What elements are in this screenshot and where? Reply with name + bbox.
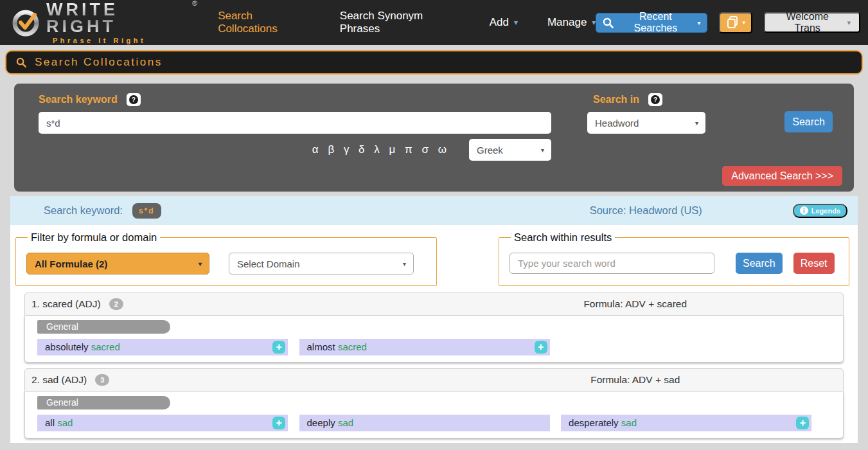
add-collocation-icon[interactable] bbox=[272, 417, 285, 429]
search-within-fieldset: Search within results Search Reset bbox=[499, 231, 849, 286]
page-title-bar: Search Collocations bbox=[5, 50, 863, 75]
collocation-modifier: deeply bbox=[307, 417, 335, 428]
add-collocation-icon[interactable] bbox=[535, 341, 547, 354]
result-group: 2. sad (ADJ) 3 Formula: ADV + sad Genera… bbox=[24, 368, 844, 438]
add-collocation-icon[interactable] bbox=[272, 341, 285, 354]
registered-mark: ® bbox=[192, 0, 197, 7]
app-logo[interactable]: WRITE RIGHT ® Phrase It Right bbox=[12, 1, 197, 44]
search-icon bbox=[603, 17, 614, 28]
collocation-modifier: all bbox=[45, 417, 55, 428]
search-in-label: Search in bbox=[593, 94, 639, 105]
result-body: General all sad deeply sad desperately s… bbox=[24, 392, 844, 438]
collocation-headword: sad bbox=[57, 417, 73, 428]
collocation-headword: sad bbox=[338, 417, 353, 428]
domain-select[interactable]: Select Domain bbox=[229, 253, 414, 274]
nav-manage-menu[interactable]: Manage bbox=[547, 16, 596, 29]
page-title: Search Collocations bbox=[35, 56, 163, 69]
search-summary-bar: Search keyword: s*d Source: Headword (US… bbox=[10, 196, 858, 225]
chevron-down-icon bbox=[697, 19, 700, 26]
info-icon: i bbox=[800, 206, 808, 215]
help-icon[interactable]: ? bbox=[127, 93, 141, 106]
greek-letters[interactable]: α β γ δ λ μ π σ ω bbox=[312, 143, 450, 156]
result-body: General absolutely sacred almost sacred bbox=[24, 316, 844, 363]
collocation-row: all sad deeply sad desperately sad bbox=[37, 415, 831, 431]
logo-checkmark-icon bbox=[12, 8, 41, 37]
collocation-modifier: desperately bbox=[569, 417, 619, 428]
collocation-modifier: almost bbox=[307, 341, 335, 352]
domain-tag: General bbox=[37, 396, 170, 410]
result-formula: Formula: ADV + scared bbox=[583, 298, 687, 309]
collocation-chip[interactable]: all sad bbox=[37, 415, 288, 431]
chevron-down-icon bbox=[199, 260, 202, 267]
formula-domain-fieldset: Filter by formula or domain All Formulae… bbox=[15, 231, 437, 286]
chevron-down-icon bbox=[403, 260, 406, 267]
nav-search-synonym-phrases[interactable]: Search Synonym Phrases bbox=[340, 10, 460, 35]
collocation-headword: sad bbox=[621, 417, 637, 428]
result-header: 1. scared (ADJ) 2 Formula: ADV + scared bbox=[24, 292, 844, 316]
search-in-select[interactable]: Headword bbox=[587, 112, 705, 134]
result-count-badge: 2 bbox=[109, 298, 123, 310]
keyword-input[interactable] bbox=[39, 112, 551, 134]
source-text: Source: Headword (US) bbox=[590, 204, 702, 217]
summary-keyword-label: Search keyword: bbox=[44, 204, 123, 217]
search-panel: Search keyword ? α β γ δ λ μ π σ ω Greek… bbox=[14, 84, 854, 192]
search-keyword-label: Search keyword bbox=[39, 94, 118, 105]
result-header: 2. sad (ADJ) 3 Formula: ADV + sad bbox=[24, 368, 844, 392]
collocation-headword: sacred bbox=[338, 341, 367, 352]
chevron-down-icon bbox=[514, 18, 518, 27]
formula-fieldset-legend: Filter by formula or domain bbox=[28, 231, 160, 244]
collocation-chip[interactable]: deeply sad bbox=[299, 415, 550, 431]
domain-tag: General bbox=[37, 320, 170, 334]
result-group: 1. scared (ADJ) 2 Formula: ADV + scared … bbox=[24, 292, 844, 363]
collocation-chip[interactable]: desperately sad bbox=[561, 415, 811, 431]
top-navbar: WRITE RIGHT ® Phrase It Right Search Col… bbox=[0, 0, 868, 45]
help-icon[interactable]: ? bbox=[648, 93, 662, 106]
legends-button[interactable]: i Legends bbox=[793, 204, 847, 218]
collocation-modifier: absolutely bbox=[45, 341, 89, 352]
results-container: Search keyword: s*d Source: Headword (US… bbox=[10, 196, 858, 443]
chevron-down-icon bbox=[847, 19, 851, 27]
keyword-badge: s*d bbox=[132, 203, 161, 219]
brand-name: WRITE RIGHT bbox=[46, 1, 191, 35]
collocation-chip[interactable]: almost sacred bbox=[299, 339, 550, 356]
within-fieldset-legend: Search within results bbox=[511, 231, 615, 244]
collocation-headword: sacred bbox=[91, 341, 120, 352]
collocation-row: absolutely sacred almost sacred bbox=[37, 339, 831, 356]
navbar-actions: Recent Searches Welcome Trans bbox=[596, 12, 860, 33]
search-within-button[interactable]: Search bbox=[736, 253, 783, 274]
result-formula: Formula: ADV + sad bbox=[590, 374, 680, 385]
formula-select[interactable]: All Formulae (2) bbox=[26, 253, 209, 274]
collocation-chip[interactable]: absolutely sacred bbox=[37, 339, 288, 356]
add-collocation-icon[interactable] bbox=[796, 417, 809, 429]
advanced-search-button[interactable]: Advanced Search >>> bbox=[722, 166, 842, 186]
result-count-badge: 3 bbox=[95, 374, 109, 386]
nav-add-menu[interactable]: Add bbox=[490, 16, 518, 29]
chevron-down-icon bbox=[742, 19, 745, 26]
main-navigation: Search Collocations Search Synonym Phras… bbox=[218, 10, 596, 35]
clipboard-menu-button[interactable] bbox=[719, 12, 752, 33]
reset-button[interactable]: Reset bbox=[793, 253, 835, 274]
search-icon bbox=[16, 57, 26, 68]
copy-pages-icon bbox=[726, 15, 739, 30]
recent-searches-button[interactable]: Recent Searches bbox=[596, 13, 707, 33]
result-title: 1. scared (ADJ) bbox=[31, 298, 101, 310]
chevron-down-icon bbox=[695, 120, 698, 127]
greek-select[interactable]: Greek bbox=[469, 139, 551, 161]
user-menu-button[interactable]: Welcome Trans bbox=[764, 12, 860, 33]
result-title: 2. sad (ADJ) bbox=[31, 374, 87, 386]
brand-tagline: Phrase It Right bbox=[53, 37, 197, 44]
nav-search-collocations[interactable]: Search Collocations bbox=[218, 10, 310, 35]
search-within-input[interactable] bbox=[509, 253, 714, 274]
search-button[interactable]: Search bbox=[784, 111, 833, 132]
chevron-down-icon bbox=[541, 147, 544, 154]
filters-row: Filter by formula or domain All Formulae… bbox=[15, 231, 853, 286]
